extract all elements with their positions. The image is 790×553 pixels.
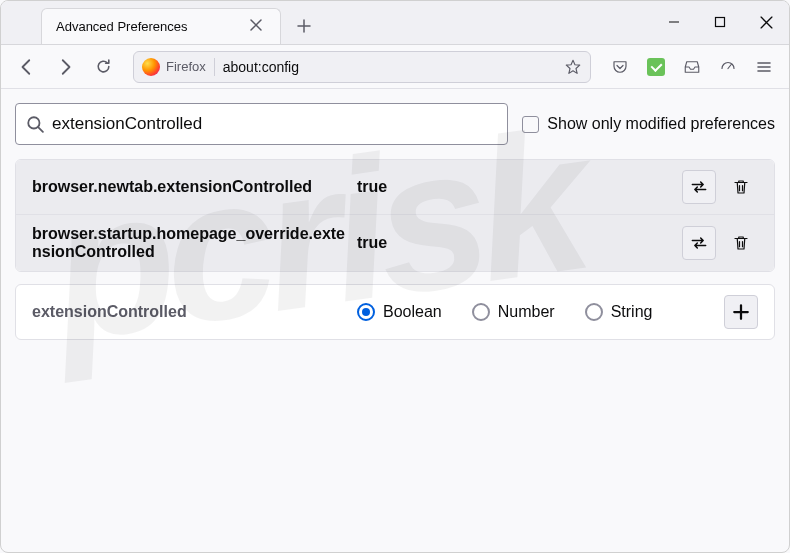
delete-button[interactable]: [724, 170, 758, 204]
dashboard-icon[interactable]: [713, 52, 743, 82]
preference-row: browser.startup.homepage_override.extens…: [16, 214, 774, 271]
pref-name: browser.startup.homepage_override.extens…: [32, 225, 347, 261]
radio-string[interactable]: String: [585, 303, 653, 321]
identity-label: Firefox: [166, 59, 206, 74]
radio-number[interactable]: Number: [472, 303, 555, 321]
minimize-button[interactable]: [651, 0, 697, 44]
preference-row: browser.newtab.extensionControlled true: [16, 160, 774, 214]
reload-button[interactable]: [87, 51, 119, 83]
navigation-toolbar: Firefox about:config: [1, 45, 789, 89]
search-icon: [26, 115, 44, 133]
toggle-button[interactable]: [682, 226, 716, 260]
pocket-icon[interactable]: [605, 52, 635, 82]
delete-button[interactable]: [724, 226, 758, 260]
forward-button[interactable]: [49, 51, 81, 83]
maximize-button[interactable]: [697, 0, 743, 44]
search-input[interactable]: [52, 114, 497, 134]
tab-title: Advanced Preferences: [56, 19, 200, 34]
radio-label: Boolean: [383, 303, 442, 321]
app-menu-icon[interactable]: [749, 52, 779, 82]
new-preference-row: extensionControlled Boolean Number Strin…: [15, 284, 775, 340]
radio-label: String: [611, 303, 653, 321]
radio-icon: [472, 303, 490, 321]
back-button[interactable]: [11, 51, 43, 83]
url-bar[interactable]: Firefox about:config: [133, 51, 591, 83]
checkbox-label: Show only modified preferences: [547, 115, 775, 133]
pref-value: true: [357, 178, 672, 196]
svg-rect-0: [716, 18, 725, 27]
checkbox-icon: [522, 116, 539, 133]
window-controls: [651, 0, 789, 44]
star-icon[interactable]: [564, 58, 582, 76]
radio-icon: [585, 303, 603, 321]
search-row: Show only modified preferences: [15, 103, 775, 145]
titlebar: Advanced Preferences: [1, 1, 789, 45]
page-content: Show only modified preferences browser.n…: [1, 89, 789, 354]
new-pref-name: extensionControlled: [32, 303, 347, 321]
toggle-button[interactable]: [682, 170, 716, 204]
close-window-button[interactable]: [743, 0, 789, 44]
inbox-icon[interactable]: [677, 52, 707, 82]
type-radios: Boolean Number String: [357, 303, 714, 321]
pref-value: true: [357, 234, 672, 252]
add-preference-button[interactable]: [724, 295, 758, 329]
urlbar-separator: [214, 58, 215, 76]
extension-icon[interactable]: [641, 52, 671, 82]
firefox-logo-icon: [142, 58, 160, 76]
url-text: about:config: [223, 59, 558, 75]
radio-label: Number: [498, 303, 555, 321]
radio-icon: [357, 303, 375, 321]
preferences-table: browser.newtab.extensionControlled true …: [15, 159, 775, 272]
radio-boolean[interactable]: Boolean: [357, 303, 442, 321]
new-tab-button[interactable]: [289, 11, 319, 41]
close-tab-icon[interactable]: [250, 19, 266, 35]
search-box[interactable]: [15, 103, 508, 145]
browser-tab[interactable]: Advanced Preferences: [41, 8, 281, 44]
pref-name: browser.newtab.extensionControlled: [32, 178, 347, 196]
show-only-modified-checkbox[interactable]: Show only modified preferences: [522, 115, 775, 133]
